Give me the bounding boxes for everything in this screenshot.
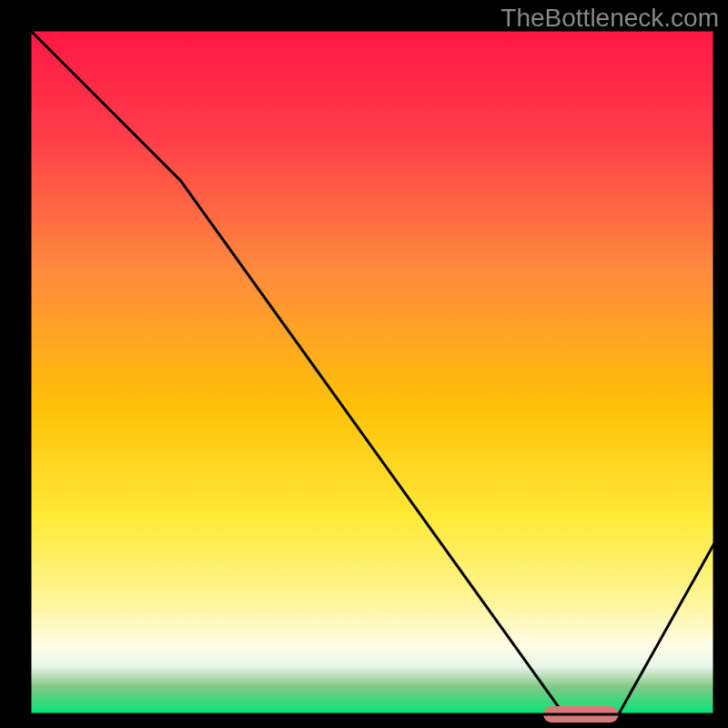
watermark-text: TheBottleneck.com — [500, 4, 719, 33]
chart-container: TheBottleneck.com — [0, 0, 728, 728]
chart-plot — [0, 0, 728, 728]
